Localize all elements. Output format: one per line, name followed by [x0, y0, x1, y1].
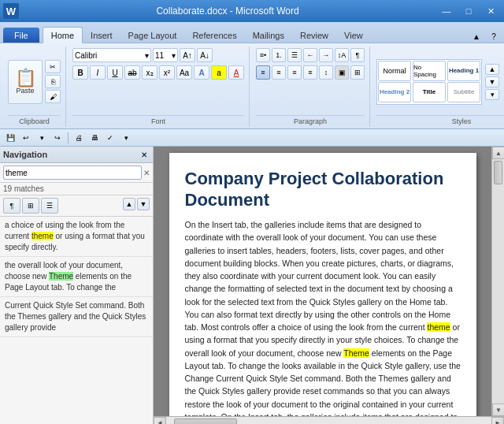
title-bar-left: W: [3, 3, 19, 19]
decrease-indent-button[interactable]: ←: [303, 48, 317, 62]
numbering-button[interactable]: 1.: [272, 48, 286, 62]
nav-close-button[interactable]: ✕: [139, 149, 150, 160]
clear-formatting-button[interactable]: Aa: [176, 65, 192, 80]
styles-scroll-down[interactable]: ▼: [485, 76, 499, 87]
h-scroll-thumb[interactable]: [174, 418, 237, 424]
italic-button[interactable]: I: [90, 65, 106, 80]
collapse-ribbon-button[interactable]: ▲: [469, 30, 484, 43]
maximize-button[interactable]: □: [458, 3, 479, 19]
nav-result-2[interactable]: the overall look of your document, choos…: [0, 257, 153, 297]
increase-indent-button[interactable]: →: [319, 48, 333, 62]
subscript-button[interactable]: x₂: [142, 65, 158, 80]
scroll-down-button[interactable]: ▼: [492, 404, 504, 416]
scroll-up-button[interactable]: ▲: [492, 147, 504, 159]
format-painter-button[interactable]: 🖌: [45, 90, 61, 103]
tab-file[interactable]: File: [3, 28, 39, 43]
highlight-theme-body-1: theme: [427, 322, 450, 332]
font-name-row: Calibri ▾ 11 ▾ A↑ A↓: [72, 48, 244, 62]
document-page: Company Project Collaboration Document O…: [169, 153, 476, 416]
scroll-right-button[interactable]: ►: [491, 417, 504, 424]
font-name-value: Calibri: [75, 51, 97, 60]
superscript-button[interactable]: x²: [159, 65, 175, 80]
font-name-dropdown[interactable]: Calibri ▾: [72, 48, 151, 62]
bold-button[interactable]: B: [72, 65, 88, 80]
title-bar: W Collaborate.docx - Microsoft Word — □ …: [0, 0, 504, 22]
show-formatting-button[interactable]: ¶: [350, 48, 365, 62]
nav-headings-view[interactable]: ¶: [3, 198, 20, 214]
clipboard-small-buttons: ✂ ⎘ 🖌: [45, 60, 61, 103]
print-preview-button[interactable]: 🖨: [72, 132, 86, 144]
customize-toolbar-button[interactable]: ▾: [119, 132, 133, 144]
strikethrough-button[interactable]: ab: [124, 65, 140, 80]
nav-results-view[interactable]: ☰: [41, 198, 58, 214]
title-bar-title: Collaborate.docx - Microsoft Word: [19, 6, 436, 17]
close-button[interactable]: ✕: [480, 3, 501, 19]
scroll-left-button[interactable]: ◄: [154, 417, 166, 424]
decrease-font-button[interactable]: A↓: [197, 48, 213, 62]
style-title[interactable]: Title: [413, 82, 446, 102]
paste-label: Paste: [16, 87, 34, 95]
ribbon-tabs: File Home Insert Page Layout References …: [0, 22, 504, 43]
text-effects-button[interactable]: A: [194, 65, 209, 80]
nav-prev-button[interactable]: ▲: [123, 198, 135, 210]
style-heading2[interactable]: Heading 2: [378, 82, 411, 102]
quick-access-toolbar: 💾 ↩ ▾ ↪ 🖨 🖶 ✓ ▾: [0, 129, 504, 147]
help-button[interactable]: ?: [487, 30, 501, 43]
save-button[interactable]: 💾: [3, 132, 17, 144]
nav-result-1[interactable]: a choice of using the look from the curr…: [0, 217, 153, 257]
scroll-thumb[interactable]: [494, 161, 502, 184]
styles-more[interactable]: ▾: [485, 89, 499, 100]
minimize-button[interactable]: —: [436, 3, 457, 19]
quick-print-button[interactable]: 🖶: [87, 132, 102, 144]
copy-button[interactable]: ⎘: [45, 75, 61, 88]
nav-results-list: a choice of using the look from the curr…: [0, 217, 153, 424]
font-color-button[interactable]: A: [228, 65, 244, 80]
highlight-button[interactable]: a: [211, 65, 227, 80]
justify-button[interactable]: ≡: [303, 65, 317, 80]
font-size-arrow: ▾: [172, 51, 176, 60]
underline-button[interactable]: U: [107, 65, 123, 80]
highlight-theme-2: Theme: [49, 272, 73, 281]
bullets-button[interactable]: ≡•: [256, 48, 270, 62]
tab-review[interactable]: Review: [292, 28, 336, 43]
tab-references[interactable]: References: [184, 28, 244, 43]
style-heading1[interactable]: Heading 1: [447, 61, 480, 81]
nav-result-3[interactable]: Current Quick Style Set command. Both th…: [0, 297, 153, 337]
document-body: On the Insert tab, the galleries include…: [185, 218, 462, 416]
font-size-dropdown[interactable]: 11 ▾: [153, 48, 178, 62]
nav-search-clear-button[interactable]: ✕: [143, 169, 150, 177]
redo-button[interactable]: ↪: [50, 132, 65, 144]
styles-scroll-up[interactable]: ▲: [485, 64, 499, 75]
line-spacing-button[interactable]: ↕: [319, 65, 333, 80]
scroll-track: [492, 186, 504, 404]
styles-side: ▲ ▼ ▾: [485, 64, 499, 100]
tab-view[interactable]: View: [336, 28, 371, 43]
increase-font-button[interactable]: A↑: [180, 48, 195, 62]
style-no-spacing[interactable]: No Spacing: [413, 61, 446, 81]
shading-button[interactable]: ▣: [335, 65, 349, 80]
align-center-button[interactable]: ≡: [272, 65, 286, 80]
nav-pages-view[interactable]: ⊞: [22, 198, 39, 214]
style-normal[interactable]: Normal: [378, 61, 411, 81]
check-spelling-button[interactable]: ✓: [103, 132, 117, 144]
multilevel-list-button[interactable]: ☰: [287, 48, 302, 62]
undo-button[interactable]: ↩: [19, 132, 33, 144]
tab-mailings[interactable]: Mailings: [245, 28, 292, 43]
font-label: Font: [72, 115, 244, 125]
paste-button[interactable]: 📋 Paste: [8, 60, 43, 104]
highlight-theme-1: theme: [32, 232, 54, 240]
align-right-button[interactable]: ≡: [287, 65, 302, 80]
borders-button[interactable]: ⊞: [350, 65, 365, 80]
tab-home[interactable]: Home: [43, 27, 83, 43]
tab-insert[interactable]: Insert: [83, 28, 120, 43]
nav-search-input[interactable]: [3, 166, 142, 180]
undo-dropdown[interactable]: ▾: [35, 132, 49, 144]
cut-button[interactable]: ✂: [45, 60, 61, 73]
tab-page-layout[interactable]: Page Layout: [120, 28, 185, 43]
sort-button[interactable]: ↕A: [335, 48, 349, 62]
style-subtitle[interactable]: Subtitle: [447, 82, 480, 102]
main-area: Navigation ✕ ✕ 19 matches ¶ ⊞ ☰ ▲ ▼ a ch…: [0, 147, 504, 424]
align-left-button[interactable]: ≡: [256, 65, 270, 80]
paragraph-row2: ≡ ≡ ≡ ≡ ↕ ▣ ⊞: [256, 65, 365, 80]
nav-next-button[interactable]: ▼: [137, 198, 150, 210]
